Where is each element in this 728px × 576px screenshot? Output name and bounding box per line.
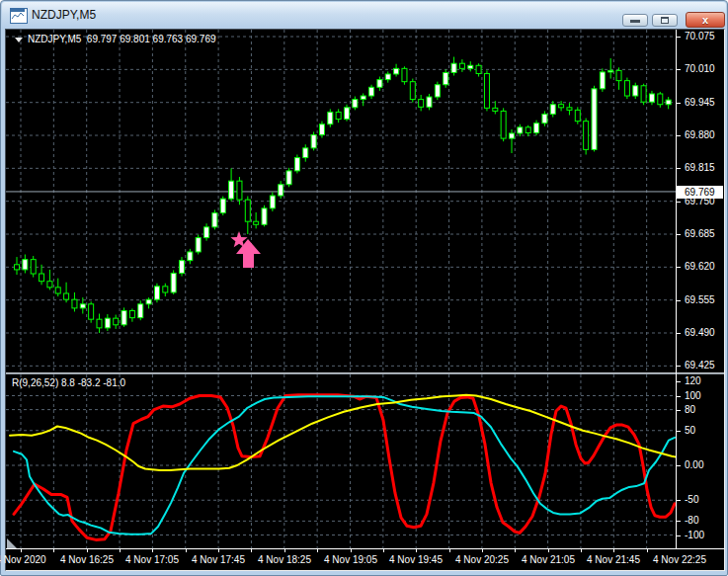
indicator-panel[interactable]: [6, 374, 676, 548]
candle-body: [196, 238, 201, 252]
axis-tick: [677, 431, 681, 432]
collapse-triangle-icon[interactable]: [15, 38, 23, 42]
candle-body: [31, 260, 36, 274]
candle-body: [97, 319, 102, 328]
close-button[interactable]: x: [686, 12, 725, 28]
time-axis-label: 4 Nov 22:25: [635, 554, 724, 565]
time-tick: [647, 549, 648, 552]
header-symbol: NZDJPY,M5: [28, 34, 81, 44]
candle-body: [237, 181, 242, 200]
icon-chart-line: [11, 12, 25, 21]
candle-body: [385, 74, 390, 80]
time-axis[interactable]: 4 Nov 20204 Nov 16:254 Nov 17:054 Nov 17…: [6, 549, 724, 570]
time-tick: [218, 549, 219, 552]
candle-body: [526, 127, 530, 133]
candle-body: [121, 310, 126, 324]
candle-body: [575, 110, 580, 121]
candle-body: [279, 185, 283, 196]
candle-body: [303, 148, 308, 158]
price-chart[interactable]: [6, 30, 676, 372]
candle-body: [567, 108, 572, 111]
chart-client-area: NZDJPY,M5 69.797 69.801 69.763 69.769 R(…: [5, 29, 725, 571]
time-tick: [284, 549, 285, 552]
minimize-button[interactable]: [622, 14, 648, 27]
candle-body: [64, 293, 69, 299]
candle-body: [493, 108, 498, 111]
candle-body: [229, 181, 234, 199]
axis-tick: [677, 234, 681, 235]
candle-body: [15, 265, 20, 270]
candle-body: [534, 123, 539, 133]
time-tick: [613, 549, 614, 552]
candle-body: [641, 86, 646, 102]
time-tick: [186, 549, 187, 552]
candle-body: [658, 94, 663, 105]
candle-body: [171, 274, 176, 292]
close-icon: x: [687, 13, 724, 27]
indicator-axis-label: -80: [685, 515, 698, 527]
indicator-axis-label: -100: [685, 530, 704, 541]
window-titlebar[interactable]: NZDJPY,M5 x: [2, 2, 726, 29]
candle-body: [600, 72, 605, 89]
indicator-axis-label: 0.00: [685, 459, 703, 471]
chart-header: NZDJPY,M5 69.797 69.801 69.763 69.769: [15, 34, 216, 44]
maximize-button[interactable]: [652, 14, 678, 27]
indicator-axis-label: -50: [685, 494, 698, 506]
window-title: NZDJPY,M5: [32, 8, 96, 22]
candle-body: [584, 122, 589, 150]
indicator-line-r-slow: [10, 395, 676, 470]
time-tick: [581, 549, 582, 552]
candle-body: [262, 208, 267, 224]
time-tick: [515, 549, 516, 552]
time-tick: [21, 549, 22, 552]
axis-tick: [677, 396, 681, 397]
time-tick: [87, 549, 88, 552]
candle-body: [501, 111, 506, 138]
candle-body: [80, 304, 85, 308]
candle-body: [435, 85, 440, 97]
price-axis-label: 70.010: [685, 63, 715, 75]
candle-body: [146, 299, 151, 304]
candle-body: [459, 63, 464, 68]
price-axis-label: 69.880: [685, 129, 715, 141]
indicator-resize-grip[interactable]: [7, 538, 17, 548]
axis-tick: [677, 202, 681, 203]
candle-body: [114, 318, 119, 325]
price-axis[interactable]: 70.07570.01069.94569.88069.81569.75069.6…: [677, 30, 724, 548]
candle-body: [286, 171, 291, 185]
price-axis-label: 69.490: [685, 327, 715, 339]
time-tick: [152, 549, 153, 552]
candle-body: [220, 199, 225, 212]
time-tick: [53, 549, 54, 552]
indicator-axis-label: 50: [685, 425, 695, 437]
candle-body: [616, 70, 621, 80]
candle-body: [369, 87, 374, 96]
candle-body: [353, 100, 358, 108]
candle-body: [154, 287, 159, 299]
candle-body: [129, 310, 134, 317]
time-tick: [251, 549, 252, 552]
axis-tick: [677, 37, 681, 38]
candle-body: [444, 72, 448, 84]
candle-body: [328, 112, 333, 123]
price-axis-label: 69.555: [685, 294, 715, 306]
candle-body: [72, 299, 77, 308]
candle-body: [89, 304, 94, 319]
candle-body: [180, 261, 185, 274]
candle-body: [427, 97, 432, 107]
candle-body: [47, 282, 52, 288]
chart-window-icon: [10, 8, 28, 24]
app-window: NZDJPY,M5 x NZDJPY,M5 69.797 69.801 69.7…: [0, 0, 728, 576]
candle-body: [518, 127, 523, 133]
price-axis-label: 69.945: [685, 97, 715, 109]
candle-body: [419, 100, 424, 108]
candle-body: [294, 158, 299, 171]
time-tick: [120, 549, 121, 552]
minimize-icon: [630, 20, 640, 23]
candle-body: [592, 89, 597, 150]
candle-body: [245, 200, 250, 221]
price-axis-label: 69.425: [685, 360, 715, 371]
candle-body: [649, 94, 654, 102]
candle-body: [559, 105, 564, 108]
candle-body: [212, 212, 217, 226]
